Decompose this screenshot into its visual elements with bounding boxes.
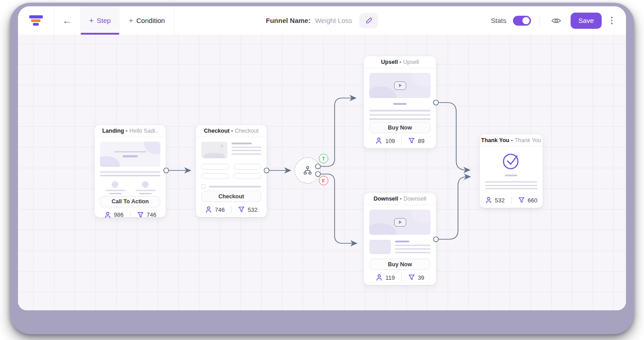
plus-icon: + <box>129 16 133 25</box>
node-subtitle: Checkout <box>235 128 259 134</box>
decor-blob <box>369 86 396 98</box>
preview-button[interactable] <box>549 13 564 28</box>
kebab-dot <box>611 17 613 18</box>
stats-divider <box>511 197 512 204</box>
mock-input <box>234 173 262 179</box>
form-fields-mock <box>201 164 261 179</box>
mock-line <box>136 190 155 191</box>
decor-blob <box>412 210 431 223</box>
node-stats: 109 89 <box>364 133 436 148</box>
app-logo[interactable] <box>18 6 54 35</box>
stats-divider <box>231 206 231 213</box>
kebab-dot <box>611 20 613 22</box>
person-icon <box>205 206 212 213</box>
mock-line <box>485 185 537 186</box>
node-checkout[interactable]: Checkout - Checkout <box>196 125 267 217</box>
node-downsell[interactable]: Downsell - Downsell <box>364 193 436 285</box>
visitors-stat: 109 <box>375 137 395 144</box>
mock-circle <box>112 181 118 188</box>
stats-toggle[interactable] <box>513 16 531 26</box>
more-options-button[interactable] <box>608 14 616 27</box>
mock-line <box>231 153 261 155</box>
node-stats: 986 746 <box>95 207 166 223</box>
tab-add-condition[interactable]: + Condition <box>120 6 174 35</box>
decor-blob <box>100 156 120 167</box>
person-icon <box>376 274 383 281</box>
node-condition[interactable] <box>295 157 321 183</box>
content-row-mock <box>369 240 431 254</box>
toolbar-divider <box>540 15 540 26</box>
decor-blob <box>412 73 431 86</box>
visitors-count: 532 <box>495 197 505 204</box>
mock-line <box>105 190 125 191</box>
buy-now-button[interactable]: Buy Now <box>369 122 431 133</box>
funnel-name-label: Funnel Name: <box>266 17 310 24</box>
visitors-stat: 532 <box>485 197 505 204</box>
back-button[interactable]: ← <box>54 6 80 35</box>
hero-mock <box>100 142 160 167</box>
mock-input <box>201 164 229 170</box>
tab-step-label: Step <box>97 17 111 24</box>
node-header: Landing - Hello Sadi.. <box>95 125 166 137</box>
conversions-count: 746 <box>147 211 157 218</box>
funnel-canvas[interactable]: Landing - Hello Sadi.. <box>18 35 626 310</box>
pencil-icon <box>365 17 372 24</box>
checkout-button[interactable]: Checkout <box>201 191 261 202</box>
conversions-stat: 89 <box>408 137 424 144</box>
decor-blob <box>144 142 160 154</box>
mock-line <box>231 143 252 144</box>
mock-line <box>209 186 261 188</box>
node-subtitle: Hello Sadi.. <box>129 128 158 134</box>
edit-funnel-name-button[interactable] <box>359 13 378 28</box>
mock-line <box>114 151 146 152</box>
back-arrow-icon: ← <box>63 15 72 26</box>
page-thumbnail <box>95 137 166 194</box>
visitors-count: 746 <box>215 206 225 213</box>
visitors-stat: 986 <box>104 211 124 219</box>
node-landing[interactable]: Landing - Hello Sadi.. <box>95 125 166 217</box>
mock-input <box>201 173 229 179</box>
person-icon <box>485 197 492 204</box>
play-icon <box>394 81 406 90</box>
tab-add-step[interactable]: + Step <box>80 6 120 35</box>
mock-line <box>369 118 431 120</box>
wire-upsell-to-thankyou <box>439 103 469 170</box>
page-thumbnail <box>364 68 436 120</box>
text-lines-mock <box>231 142 261 158</box>
checkbox-row-mock <box>201 184 261 189</box>
cta-button[interactable]: Call To Action <box>100 196 160 207</box>
funnel-logo-icon <box>29 15 43 26</box>
conversions-stat: 746 <box>137 211 157 219</box>
toolbar-right-group: Stats Save <box>491 6 626 35</box>
video-mock <box>369 210 431 235</box>
conversions-stat: 660 <box>518 197 538 204</box>
stats-label: Stats <box>491 17 506 24</box>
image-placeholder <box>201 142 227 158</box>
node-upsell[interactable]: Upsell - Upsell Buy Now <box>364 56 436 148</box>
save-button[interactable]: Save <box>571 13 601 29</box>
page-thumbnail <box>196 137 267 189</box>
mock-input <box>234 164 262 170</box>
buy-now-button[interactable]: Buy Now <box>369 259 431 270</box>
node-header: Downsell - Downsell <box>364 193 436 205</box>
mock-line <box>109 193 122 194</box>
features-mock <box>100 181 160 194</box>
stats-divider <box>401 137 402 144</box>
image-placeholder <box>369 240 391 254</box>
page-thumbnail <box>364 205 436 257</box>
mock-line <box>231 147 261 148</box>
node-subtitle: Downsell <box>404 196 426 202</box>
funnel-filter-icon <box>238 206 245 213</box>
stats-divider <box>401 274 402 281</box>
kebab-dot <box>611 22 613 24</box>
node-title: Downsell - <box>373 196 402 202</box>
visitors-stat: 746 <box>205 206 225 213</box>
mock-line <box>369 114 431 116</box>
node-thankyou[interactable]: Thank You - Thank You <box>480 134 543 208</box>
mock-line <box>485 181 537 183</box>
visitors-count: 109 <box>385 138 395 144</box>
false-label: F <box>322 178 325 183</box>
feature-mock <box>105 181 125 194</box>
funnel-filter-icon <box>408 137 415 144</box>
mock-line <box>395 252 431 253</box>
